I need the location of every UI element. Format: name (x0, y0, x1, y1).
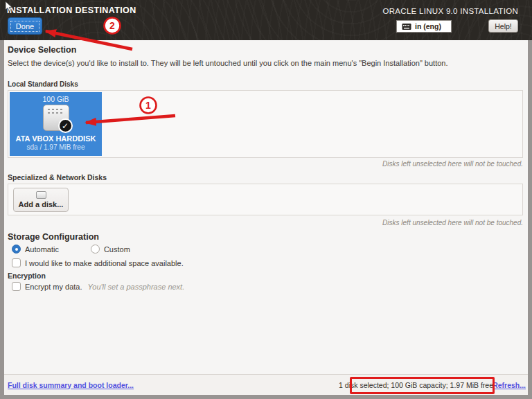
storage-configuration-heading: Storage Configuration (8, 232, 99, 242)
encryption-heading: Encryption (8, 272, 46, 280)
refresh-link[interactable]: Refresh... (493, 381, 526, 389)
unselected-note: Disks left unselected here will not be t… (382, 160, 523, 168)
automatic-option: Automatic (12, 245, 59, 254)
done-button[interactable]: Done (8, 17, 42, 35)
automatic-label: Automatic (25, 245, 59, 254)
keyboard-layout-selector[interactable]: in (eng) (396, 20, 452, 33)
additional-space-label: I would like to make additional space av… (25, 259, 184, 267)
local-disks-label: Local Standard Disks (8, 80, 78, 88)
disk-tile-sda[interactable]: 100 GiB ✓ ATA VBOX HARDDISK sda / 1.97 M… (10, 92, 102, 156)
help-button[interactable]: Help! (488, 19, 518, 33)
additional-space-row: I would like to make additional space av… (12, 258, 184, 267)
disk-details: sda / 1.97 MiB free (27, 143, 85, 151)
selection-status: 1 disk selected; 100 GiB capacity; 1.97 … (339, 381, 493, 389)
encrypt-hint: You'll set a passphrase next. (88, 283, 185, 291)
specialized-disks-label: Specialized & Network Disks (8, 173, 107, 181)
hard-disk-icon: ✓ (43, 105, 69, 131)
encrypt-row: Encrypt my data. You'll set a passphrase… (12, 282, 184, 291)
custom-option: Custom (91, 245, 130, 254)
selected-check-icon: ✓ (58, 118, 73, 133)
storage-options: Automatic Custom (12, 245, 130, 254)
device-selection-description: Select the device(s) you'd like to insta… (8, 59, 522, 67)
keyboard-layout-label: in (eng) (415, 22, 441, 30)
specialized-disks-box: Add a disk... (8, 184, 523, 215)
content: Device Selection Select the device(s) yo… (4, 40, 528, 374)
installer-window: INSTALLATION DESTINATION Done ORACLE LIN… (0, 0, 532, 399)
encrypt-label: Encrypt my data. (25, 283, 82, 291)
disk-summary-link[interactable]: Full disk summary and boot loader... (8, 381, 134, 389)
automatic-radio[interactable] (12, 245, 21, 254)
device-selection-heading: Device Selection (8, 45, 76, 55)
mouse-cursor-icon (5, 1, 13, 12)
disk-size: 100 GiB (43, 95, 69, 103)
unselected-note-2: Disks left unselected here will not be t… (382, 219, 523, 227)
custom-label: Custom (104, 245, 130, 254)
local-disks-box: 100 GiB ✓ ATA VBOX HARDDISK sda / 1.97 M… (8, 90, 523, 158)
disk-icon (36, 191, 46, 199)
disk-name: ATA VBOX HARDDISK (16, 134, 96, 143)
product-title: ORACLE LINUX 9.0 INSTALLATION (382, 7, 518, 15)
custom-radio[interactable] (91, 245, 100, 254)
page-title: INSTALLATION DESTINATION (7, 6, 136, 15)
add-disk-button[interactable]: Add a disk... (13, 188, 69, 212)
additional-space-checkbox[interactable] (12, 258, 21, 267)
header: INSTALLATION DESTINATION Done ORACLE LIN… (0, 0, 532, 40)
footer: Full disk summary and boot loader... 1 d… (4, 374, 528, 395)
keyboard-icon (402, 23, 411, 30)
encrypt-checkbox[interactable] (12, 282, 21, 291)
